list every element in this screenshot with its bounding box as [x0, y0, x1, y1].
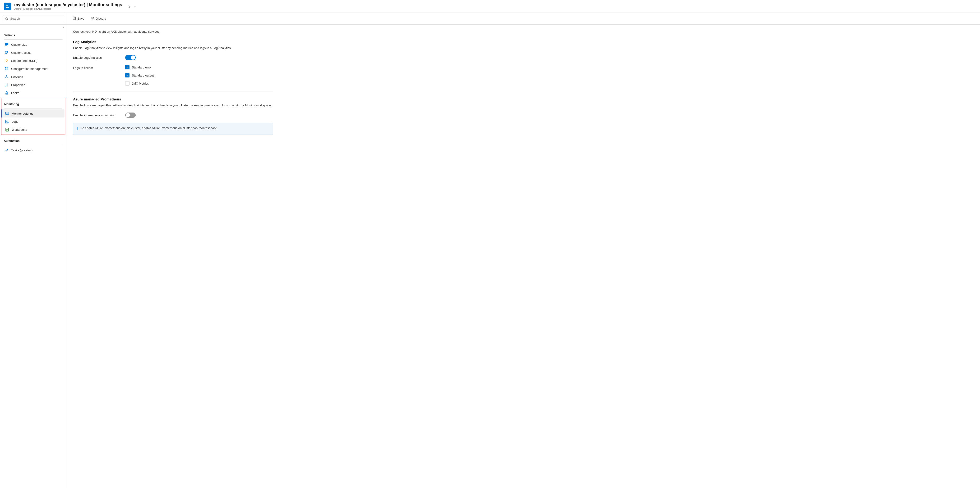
svg-rect-18	[6, 84, 7, 87]
svg-rect-2	[5, 46, 7, 46]
svg-rect-17	[6, 85, 6, 87]
collapse-button[interactable]: «	[62, 25, 64, 29]
standard-error-label: Standard error	[132, 66, 152, 69]
sidebar-item-ssh[interactable]: Secure shell (SSH)	[0, 57, 66, 65]
sidebar-item-workbooks[interactable]: Workbooks	[2, 125, 65, 134]
prometheus-toggle-thumb	[126, 113, 130, 117]
enable-prometheus-label: Enable Prometheus monitoring	[73, 112, 125, 117]
settings-section-label: Settings	[0, 30, 66, 38]
logs-to-collect-row: Logs to collect Standard error Standard …	[73, 65, 273, 86]
svg-rect-19	[8, 83, 8, 87]
logs-to-collect-label: Logs to collect	[73, 65, 125, 70]
jmx-metrics-item[interactable]: JMX Metrics	[125, 81, 273, 86]
sidebar-item-tasks-preview[interactable]: Tasks (preview)	[0, 146, 66, 154]
svg-rect-6	[6, 61, 7, 62]
svg-rect-22	[6, 112, 8, 114]
enable-prometheus-control	[125, 112, 273, 118]
sidebar-item-config-mgmt[interactable]: Configuration management	[0, 65, 66, 73]
ssh-icon	[5, 59, 9, 63]
tasks-preview-icon	[5, 148, 9, 152]
prometheus-description: Enable Azure managed Prometheus to view …	[73, 103, 273, 108]
sidebar-search-area	[0, 13, 66, 25]
enable-prometheus-row: Enable Prometheus monitoring	[73, 112, 273, 118]
save-icon	[73, 17, 76, 21]
page-subtitle: Azure HDInsight on AKS cluster	[14, 7, 122, 10]
svg-rect-0	[5, 43, 8, 44]
svg-rect-7	[5, 67, 6, 68]
sidebar-item-cluster-size[interactable]: Cluster size	[0, 41, 66, 49]
svg-point-3	[5, 51, 6, 52]
page-header: 🗂 mycluster (contosopool/mycluster) | Mo…	[0, 0, 980, 13]
main-content: Save Discard Connect your HDInsight on A…	[67, 13, 980, 488]
header-actions: ☆ ···	[127, 4, 136, 9]
sidebar-item-monitor-settings[interactable]: Monitor settings	[2, 109, 65, 117]
services-label: Services	[11, 75, 23, 79]
settings-divider	[4, 39, 62, 40]
toggle-track	[125, 55, 136, 60]
svg-point-11	[6, 75, 7, 76]
discard-button[interactable]: Discard	[90, 16, 108, 22]
sidebar-item-cluster-access[interactable]: Cluster access	[0, 49, 66, 57]
enable-log-analytics-row: Enable Log Analytics	[73, 55, 273, 60]
automation-divider	[4, 145, 62, 145]
logs-label: Logs	[12, 120, 18, 124]
cluster-access-icon	[5, 51, 9, 55]
logs-icon	[5, 119, 9, 124]
jmx-metrics-checkbox[interactable]	[125, 81, 129, 86]
config-mgmt-icon	[5, 67, 9, 71]
workbooks-icon	[5, 127, 9, 132]
app-body: « Settings Cluster size Cluster access	[0, 13, 980, 488]
log-analytics-title: Log Analytics	[73, 40, 273, 44]
standard-error-item[interactable]: Standard error	[125, 65, 273, 70]
search-input[interactable]	[3, 15, 63, 22]
more-options-icon[interactable]: ···	[132, 4, 136, 8]
svg-rect-9	[5, 69, 6, 70]
tasks-preview-label: Tasks (preview)	[11, 149, 32, 152]
svg-point-12	[5, 77, 6, 78]
sidebar-item-logs[interactable]: Logs	[2, 117, 65, 125]
prometheus-toggle-track	[125, 112, 136, 118]
save-button[interactable]: Save	[71, 16, 86, 22]
standard-output-item[interactable]: Standard output	[125, 73, 273, 78]
svg-line-14	[5, 76, 6, 77]
info-icon: ℹ	[77, 126, 78, 132]
content-area: Connect your HDInsight on AKS cluster wi…	[67, 25, 280, 139]
header-title-block: mycluster (contosopool/mycluster) | Moni…	[14, 2, 122, 10]
locks-icon	[5, 91, 9, 95]
services-icon	[5, 74, 9, 79]
locks-label: Locks	[11, 91, 19, 95]
svg-line-38	[6, 150, 7, 151]
section-divider	[73, 91, 273, 92]
properties-label: Properties	[11, 83, 25, 87]
cluster-access-label: Cluster access	[11, 51, 31, 54]
svg-rect-10	[7, 69, 8, 70]
checkbox-group: Standard error Standard output JMX Metri…	[125, 65, 273, 86]
log-analytics-toggle[interactable]	[125, 55, 136, 60]
sidebar-item-services[interactable]: Services	[0, 73, 66, 81]
properties-icon	[5, 83, 9, 87]
svg-point-4	[6, 51, 8, 52]
config-mgmt-label: Configuration management	[11, 67, 48, 71]
svg-point-36	[7, 151, 8, 151]
enable-log-analytics-label: Enable Log Analytics	[73, 55, 125, 59]
standard-output-checkbox[interactable]	[125, 73, 129, 78]
toggle-thumb	[131, 55, 135, 60]
logs-to-collect-control: Standard error Standard output JMX Metri…	[125, 65, 273, 86]
prometheus-toggle[interactable]	[125, 112, 136, 118]
standard-error-checkbox[interactable]	[125, 65, 129, 70]
sidebar: « Settings Cluster size Cluster access	[0, 13, 67, 488]
ssh-label: Secure shell (SSH)	[11, 59, 38, 63]
toolbar: Save Discard	[67, 13, 980, 25]
sidebar-item-locks[interactable]: Locks	[0, 89, 66, 97]
cluster-size-icon	[5, 43, 9, 47]
monitoring-section: Monitoring Monitor settings Logs	[1, 98, 65, 135]
favorite-icon[interactable]: ☆	[127, 4, 131, 9]
sidebar-item-properties[interactable]: Properties	[0, 81, 66, 89]
svg-point-5	[6, 59, 7, 61]
svg-rect-41	[73, 19, 75, 19]
monitor-settings-label: Monitor settings	[12, 112, 33, 116]
svg-rect-40	[73, 17, 75, 18]
save-label: Save	[77, 17, 84, 21]
svg-point-35	[7, 149, 8, 150]
svg-line-37	[6, 150, 7, 151]
